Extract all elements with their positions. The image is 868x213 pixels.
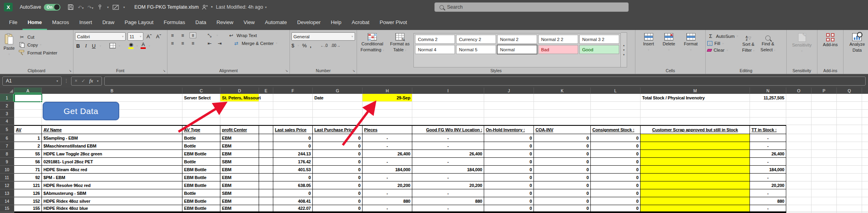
analyze-data-button[interactable]: Analyze Data <box>847 32 867 67</box>
cell-G[interactable]: 0 <box>313 205 363 212</box>
cell-J[interactable] <box>484 94 534 102</box>
cell-F[interactable] <box>273 102 313 110</box>
underline-button[interactable]: U <box>91 43 97 49</box>
row-header-3[interactable]: 3 <box>0 110 14 118</box>
cell-Q[interactable] <box>837 102 862 110</box>
cell-A[interactable]: 155 <box>14 205 42 212</box>
cell-H[interactable]: - <box>363 189 412 197</box>
cell-E[interactable] <box>259 205 273 212</box>
cell-K[interactable]: 0 <box>534 158 591 166</box>
tab-acrobat[interactable]: Acrobat <box>346 19 374 30</box>
style-normal-3-2[interactable]: Normal 3 2 <box>579 35 619 44</box>
row-header-7[interactable]: 7 <box>0 142 14 150</box>
align-left-icon[interactable]: ≡ <box>169 40 176 46</box>
cell-L[interactable]: Consignment Stock : <box>591 125 641 134</box>
tab-power-pivot[interactable]: Power Pivot <box>374 19 412 30</box>
cell-Q[interactable] <box>837 158 862 166</box>
cell-Q[interactable] <box>837 181 862 189</box>
style-comma-2[interactable]: Comma 2 <box>415 35 455 44</box>
excel-logo-icon[interactable]: X <box>4 3 13 11</box>
cell-Q[interactable] <box>837 110 862 118</box>
cell-G[interactable]: 0 <box>313 150 363 158</box>
cell-M[interactable] <box>641 102 750 110</box>
name-box[interactable]: A1 ▾ <box>2 77 62 86</box>
column-header-K[interactable]: K <box>534 88 591 94</box>
cell-I[interactable]: 26,400 <box>412 150 484 158</box>
cell-B[interactable]: HDPE Ridex 48oz silver <box>42 197 182 205</box>
cell-N[interactable]: - <box>750 189 786 197</box>
cell-J[interactable]: 0 <box>484 205 534 212</box>
column-header-D[interactable]: D <box>220 88 259 94</box>
cell-F[interactable] <box>273 110 313 118</box>
cell-R[interactable] <box>862 166 868 174</box>
cell-O[interactable] <box>786 110 812 118</box>
save-icon[interactable] <box>68 4 74 10</box>
cell-D[interactable]: EBM <box>220 134 259 142</box>
increase-font-icon[interactable]: Aˆ <box>145 34 153 39</box>
cell-C[interactable]: EBM Bottle <box>182 174 220 181</box>
cell-K[interactable]: COA-INV <box>534 125 591 134</box>
cell-J[interactable]: 0 <box>484 189 534 197</box>
cell-P[interactable] <box>812 94 837 102</box>
cell-Q[interactable] <box>837 166 862 174</box>
cell-B[interactable]: HDPE Ridex 48oz blue <box>42 205 182 212</box>
cell-A[interactable]: 56 <box>14 158 42 166</box>
cell-P[interactable] <box>812 142 837 150</box>
cell-O[interactable] <box>786 158 812 166</box>
column-header-P[interactable]: P <box>812 88 837 94</box>
search-input[interactable]: Search <box>434 2 629 12</box>
accounting-chevron-icon[interactable]: ▾ <box>297 44 299 47</box>
row-header-2[interactable]: 2 <box>0 102 14 110</box>
style-good[interactable]: Good <box>579 45 619 54</box>
cell-E[interactable] <box>259 102 273 110</box>
cell-O[interactable] <box>786 189 812 197</box>
cancel-icon[interactable]: × <box>75 78 77 84</box>
cell-L[interactable]: 0 <box>591 189 641 197</box>
column-header-L[interactable]: L <box>591 88 641 94</box>
cell-E[interactable] <box>259 118 273 125</box>
cell-J[interactable]: 0 <box>484 158 534 166</box>
cell-F[interactable] <box>273 118 313 125</box>
clear-button[interactable]: Clear▾ <box>707 48 738 52</box>
cell-Q[interactable] <box>837 125 862 134</box>
column-header-B[interactable]: B <box>42 88 182 94</box>
align-top-icon[interactable]: ≡ <box>169 32 176 38</box>
cell-L[interactable] <box>591 118 641 125</box>
cell-J[interactable]: 0 <box>484 174 534 181</box>
share-person-icon[interactable] <box>202 4 208 10</box>
cell-G[interactable]: 0 <box>313 174 363 181</box>
cell-H[interactable]: - <box>363 134 412 142</box>
cell-H[interactable] <box>363 110 412 118</box>
cell-E[interactable] <box>259 150 273 158</box>
style-normal-2[interactable]: Normal 2 <box>497 35 537 44</box>
cell-D[interactable]: EBM <box>220 142 259 150</box>
cell-B[interactable]: $Maschinenstillstand EBM <box>42 142 182 150</box>
cell-D[interactable] <box>220 110 259 118</box>
borders-chevron-icon[interactable]: ▾ <box>118 44 120 48</box>
tab-help[interactable]: Help <box>326 19 347 30</box>
formula-bar-handle-icon[interactable]: ⋮ <box>64 78 69 84</box>
cell-C[interactable]: EBM Bottle <box>182 166 220 174</box>
cell-H[interactable]: - <box>363 174 412 181</box>
cell-D[interactable]: EBM <box>220 166 259 174</box>
cell-F[interactable]: 422.07 <box>273 205 313 212</box>
cell-A[interactable]: 71 <box>14 166 42 174</box>
style-currency-2[interactable]: Currency 2 <box>456 35 496 44</box>
column-header-A[interactable]: A <box>14 88 42 94</box>
cell-Q[interactable] <box>837 150 862 158</box>
cell-D[interactable]: EBM <box>220 197 259 205</box>
cell-B[interactable]: HDPE Steam 48oz red <box>42 166 182 174</box>
number-format-select[interactable]: General▾ <box>291 32 355 41</box>
cell-N[interactable]: 11,257,505 <box>750 94 786 102</box>
decrease-indent-icon[interactable]: ⇤ <box>206 40 213 46</box>
formula-input[interactable] <box>104 77 866 86</box>
row-header-4[interactable]: 4 <box>0 118 14 125</box>
cell-K[interactable]: 0 <box>534 166 591 174</box>
cell-N[interactable]: 20,200 <box>750 181 786 189</box>
cell-O[interactable] <box>786 134 812 142</box>
row-header-5[interactable]: 5 <box>0 125 14 134</box>
cell-B[interactable]: $Abmusterung - SBM <box>42 189 182 197</box>
cell-A[interactable] <box>14 110 42 118</box>
cell-E[interactable] <box>259 134 273 142</box>
insert-cells-button[interactable]: Insert▾ <box>641 32 656 67</box>
